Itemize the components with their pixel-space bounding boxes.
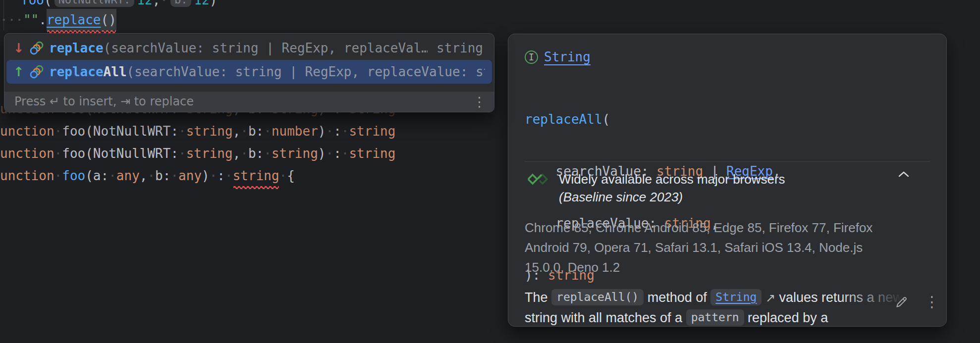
code-token: foo: [62, 146, 85, 161]
code-token: foo: [62, 124, 85, 139]
completion-item-signature: (searchValue: string | RegExp, replaceVa…: [127, 64, 485, 79]
code-token: ,: [153, 0, 161, 7]
baseline-title: Widely available across major browsers: [559, 172, 785, 186]
code-token: number: [272, 124, 318, 139]
code-token: values returns a new: [775, 290, 903, 305]
code-token: ·: [178, 146, 186, 161]
code-token: replaceAll(): [551, 289, 644, 305]
code-token: replaced by a: [744, 310, 828, 325]
code-token: All: [104, 64, 127, 79]
completion-list: ↓ replace (searchValue: string | RegExp,…: [4, 34, 494, 84]
code-token: any: [178, 168, 202, 183]
chevron-up-icon[interactable]: [898, 171, 910, 178]
completion-row-replaceall-selected[interactable]: ↑ replaceAll (searchValue: string | RegE…: [6, 60, 492, 84]
completing-token-replace: replace: [47, 9, 101, 31]
more-options-icon[interactable]: ⋮: [925, 293, 939, 311]
ide-editor-view: { "colors": { "editor_bg": "#1e1f22", "p…: [0, 0, 980, 343]
code-token: ·: [54, 168, 62, 183]
code-token: NotNullWRT:: [93, 146, 178, 161]
code-token: ·: [341, 146, 349, 161]
code-line-overload-string[interactable]: unction·foo(NotNullWRT:·string,·b:·strin…: [0, 143, 500, 164]
code-token: foo: [62, 168, 85, 183]
code-token: ·: [54, 146, 62, 161]
code-token: ): [210, 0, 218, 7]
string-doc-link[interactable]: String: [710, 289, 762, 305]
code-token: (: [85, 124, 93, 139]
code-token: ·: [147, 168, 155, 183]
code-token: b:: [155, 168, 170, 183]
code-token: ·: [341, 124, 349, 139]
code-token: unction: [0, 146, 54, 161]
baseline-subtitle: (Baseline since 2023): [559, 190, 683, 204]
doc-header: I String: [525, 49, 591, 64]
completion-row-replace[interactable]: ↓ replace (searchValue: string | RegExp,…: [6, 36, 492, 60]
code-token: b:: [248, 124, 264, 139]
code-token: ,: [140, 168, 148, 183]
code-token: (: [44, 0, 52, 7]
doc-description: The replaceAll() method of String ↗ valu…: [525, 288, 903, 327]
code-token: replace: [49, 64, 104, 79]
code-token: ·: [225, 168, 233, 183]
completion-popup: ↓ replace (searchValue: string | RegExp,…: [4, 33, 494, 112]
code-token: ): [202, 168, 210, 183]
more-options-icon[interactable]: ⋮: [473, 94, 486, 110]
code-token: ): [318, 146, 326, 161]
code-token: ·: [279, 168, 287, 183]
type-link-string[interactable]: String: [544, 49, 591, 64]
code-token: ·: [264, 146, 272, 161]
signature-line: replaceAll(: [525, 111, 781, 128]
code-token: string: [186, 124, 233, 139]
code-token: :: [333, 146, 341, 161]
code-token: ·: [178, 124, 186, 139]
completion-item-name: replaceAll: [49, 64, 127, 79]
code-token: ·: [240, 146, 248, 161]
code-token: b:: [248, 146, 264, 161]
footer-hint-text: Press ↵ to insert, ⇥ to replace: [14, 95, 194, 108]
code-token: ·: [240, 124, 248, 139]
code-token: foo: [21, 0, 44, 7]
external-link-icon: ↗: [765, 291, 775, 304]
code-line-implementation[interactable]: unction·foo(a:·any,·b:·any)·:·string·{: [0, 165, 500, 187]
code-line-replace-call[interactable]: ···"".replace(): [0, 9, 500, 31]
browser-support-list: Chrome 85, Chrome Android 85, Edge 85, F…: [525, 218, 921, 277]
description-line: string with all matches of a pattern rep…: [525, 308, 903, 327]
code-token: "": [23, 12, 39, 27]
code-token: The: [525, 290, 551, 305]
code-token: (: [85, 146, 93, 161]
code-token: ·: [264, 124, 272, 139]
baseline-widely-available-icon: [526, 172, 549, 186]
error-token-string: string: [233, 165, 279, 187]
code-token: ·: [160, 0, 168, 7]
code-token: :: [333, 124, 341, 139]
code-token: (: [85, 168, 93, 183]
code-token: method of: [644, 290, 710, 305]
inlay-hint-notnullwrt: NotNullWRT:: [54, 0, 135, 7]
description-line: The replaceAll() method of String ↗ valu…: [525, 288, 903, 308]
method-icon: [29, 64, 44, 79]
code-token: replaceAll: [525, 112, 602, 127]
code-token: (: [602, 112, 610, 127]
code-token: [762, 290, 765, 305]
code-line-overload-number[interactable]: unction·foo(NotNullWRT:·string,·b:·numbe…: [0, 120, 500, 142]
code-token: pattern: [686, 309, 744, 326]
code-token: string: [186, 146, 233, 161]
relevance-up-icon: ↑: [13, 64, 25, 79]
code-token: unction: [0, 168, 54, 183]
completion-item-name: replace: [49, 41, 104, 55]
completion-item-signature: (searchValue: string | RegExp, replaceVa…: [104, 41, 428, 55]
code-token: ·: [326, 124, 333, 139]
code-token: 12: [194, 0, 209, 7]
code-token: 12: [137, 0, 152, 7]
code-token: ): [318, 124, 326, 139]
completion-item-return-type: string: [436, 41, 485, 55]
code-token: string with all matches of a: [525, 310, 686, 325]
code-token: ·: [326, 146, 333, 161]
code-token: ···: [0, 12, 23, 27]
edit-icon[interactable]: [894, 294, 909, 309]
code-token: ·: [170, 168, 178, 183]
completion-footer-hint: Press ↵ to insert, ⇥ to replace ⋮: [4, 91, 494, 112]
code-token: replace: [49, 41, 104, 55]
code-token: a:: [93, 168, 109, 183]
code-token: (): [101, 9, 116, 31]
code-token: ·: [54, 124, 62, 139]
